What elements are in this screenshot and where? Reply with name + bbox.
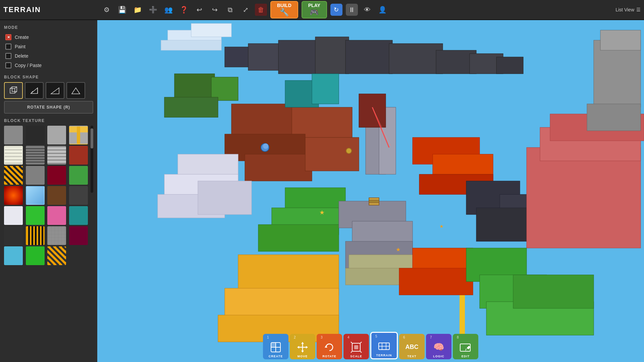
block-shape-title: BLOCK SHAPE (4, 75, 93, 79)
texture-7[interactable] (69, 146, 88, 165)
svg-text:★: ★ (396, 247, 400, 252)
create-label: Create (15, 35, 29, 40)
tool-text-button[interactable]: 6 ABC TEXT (399, 334, 425, 359)
view-icon[interactable]: 👁 (361, 4, 373, 16)
mode-paint[interactable]: Paint (4, 42, 93, 51)
viewport[interactable]: ★ ★ ★ 1 CREATE (97, 20, 644, 362)
mode-create[interactable]: Create (4, 33, 93, 42)
texture-10[interactable] (47, 166, 66, 185)
tool-terrain-number: 5 (375, 335, 377, 338)
refresh-icon[interactable]: ↻ (330, 4, 342, 16)
folder-icon[interactable]: 📁 (131, 4, 144, 16)
create-checkbox[interactable] (5, 34, 11, 40)
app-title: TERRAIN (3, 5, 101, 14)
svg-line-93 (351, 342, 352, 343)
texture-23[interactable] (69, 226, 88, 245)
tool-rotate-button[interactable]: 3 ROTATE (317, 334, 342, 359)
svg-rect-15 (248, 44, 282, 70)
texture-19[interactable] (69, 206, 88, 225)
block-shape-section: BLOCK SHAPE (4, 75, 93, 114)
tool-edit-button[interactable]: 8 EDIT (453, 334, 478, 359)
list-view-icon: ☰ (636, 7, 641, 12)
texture-25[interactable] (26, 246, 45, 265)
delete-checkbox[interactable] (5, 53, 11, 59)
texture-3[interactable] (69, 126, 88, 144)
main-content: MODE Create Paint Delete Copy / Paste BL… (0, 20, 644, 362)
texture-24[interactable] (4, 246, 23, 265)
redo-icon[interactable]: ↪ (209, 4, 221, 16)
texture-scrollbar[interactable] (91, 126, 93, 193)
mode-delete[interactable]: Delete (4, 51, 93, 61)
texture-21[interactable] (26, 226, 45, 245)
tool-move-button[interactable]: 2 MOVE (290, 334, 315, 359)
team-icon[interactable]: 👥 (162, 4, 174, 16)
play-button[interactable]: PLAY 🎮 (302, 1, 327, 18)
texture-6[interactable] (47, 146, 66, 165)
settings-icon[interactable]: ⚙ (101, 4, 113, 16)
build-button[interactable]: BUILD 🔧 (270, 1, 298, 18)
mode-section-title: MODE (4, 25, 93, 30)
list-view-label: List View (615, 7, 634, 12)
texture-26[interactable] (47, 246, 66, 265)
tool-move-number: 2 (294, 336, 296, 339)
delete-icon[interactable]: 🗑 (255, 4, 267, 16)
shape-wedge[interactable] (25, 82, 44, 99)
rotate-shape-button[interactable]: ROTATE SHAPE (R) (4, 101, 93, 114)
shape-ramp[interactable] (46, 82, 64, 99)
build-icon: 🔧 (280, 8, 289, 17)
texture-9[interactable] (26, 166, 45, 185)
texture-grid (4, 126, 89, 265)
texture-15[interactable] (69, 186, 88, 205)
texture-11[interactable] (69, 166, 88, 185)
expand-icon[interactable]: ⤢ (239, 4, 252, 16)
svg-rect-59 (587, 104, 641, 131)
texture-0[interactable] (4, 126, 23, 144)
help-icon[interactable]: ❓ (178, 4, 190, 16)
texture-13[interactable] (26, 186, 45, 205)
tool-logic-button[interactable]: 7 🧠 LOGIC (426, 334, 451, 359)
paint-checkbox[interactable] (5, 44, 11, 50)
texture-16[interactable] (4, 206, 23, 225)
shape-cube[interactable] (4, 82, 23, 99)
pause-icon[interactable]: ⏸ (346, 4, 358, 16)
texture-14[interactable] (47, 186, 66, 205)
texture-2[interactable] (47, 126, 66, 144)
texture-22[interactable] (47, 226, 66, 245)
svg-line-102 (466, 349, 466, 351)
tool-logic-label: LOGIC (433, 355, 444, 358)
texture-8[interactable] (4, 166, 23, 185)
texture-1[interactable] (26, 126, 45, 144)
svg-rect-22 (496, 57, 523, 74)
list-view-button[interactable]: List View ☰ (615, 7, 641, 12)
copy-paste-checkbox[interactable] (5, 62, 11, 68)
texture-20[interactable] (4, 226, 23, 245)
tool-terrain-button[interactable]: 5 TERRAIN (370, 332, 398, 359)
bottom-toolbar: 1 CREATE 2 (97, 332, 644, 362)
svg-rect-58 (600, 30, 641, 50)
copy-icon[interactable]: ⧉ (224, 4, 236, 16)
texture-4[interactable] (4, 146, 23, 165)
tool-edit-label: EDIT (462, 355, 470, 358)
svg-rect-18 (345, 40, 392, 74)
svg-rect-23 (174, 74, 215, 101)
save-icon[interactable]: 💾 (116, 4, 128, 16)
svg-rect-32 (312, 74, 339, 104)
mode-copy-paste[interactable]: Copy / Paste (4, 61, 93, 70)
svg-point-74 (346, 148, 352, 154)
texture-17[interactable] (26, 206, 45, 225)
profile-icon[interactable]: 👤 (377, 4, 389, 16)
svg-line-94 (360, 342, 362, 343)
tool-create-button[interactable]: 1 CREATE (263, 334, 288, 359)
add-icon[interactable]: ➕ (147, 4, 159, 16)
texture-18[interactable] (47, 206, 66, 225)
shape-corner[interactable] (66, 82, 85, 99)
shape-grid (4, 82, 93, 99)
svg-rect-19 (389, 44, 443, 74)
tool-text-label: TEXT (407, 355, 416, 358)
texture-5[interactable] (26, 146, 45, 165)
svg-point-73 (263, 143, 268, 149)
tool-scale-button[interactable]: 4 SCALE (343, 334, 369, 359)
undo-icon[interactable]: ↩ (193, 4, 205, 16)
block-texture-title: BLOCK TEXTURE (4, 118, 93, 123)
texture-12[interactable] (4, 186, 23, 205)
